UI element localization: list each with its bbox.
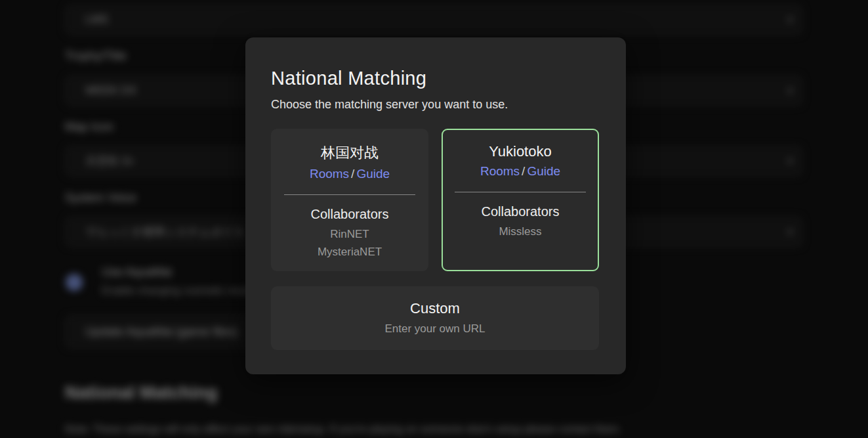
link-separator: / xyxy=(520,164,527,178)
collaborator-name: RinNET xyxy=(272,225,427,243)
custom-card-title: Custom xyxy=(271,286,599,317)
national-matching-modal: National Matching Choose the matching se… xyxy=(245,37,626,374)
modal-subtitle: Choose the matching server you want to u… xyxy=(271,98,600,112)
card-divider xyxy=(284,194,415,195)
modal-title: National Matching xyxy=(271,68,600,89)
server-card-linguo[interactable]: 林国对战 Rooms/Guide Collaborators RinNET My… xyxy=(271,129,428,271)
link-separator: / xyxy=(349,167,356,181)
collaborators-heading: Collaborators xyxy=(272,207,427,222)
collaborator-name: MysteriaNET xyxy=(272,243,427,261)
server-links: Rooms/Guide xyxy=(272,167,427,181)
guide-link[interactable]: Guide xyxy=(527,164,560,178)
server-name: 林国对战 xyxy=(272,143,427,163)
collaborators-heading: Collaborators xyxy=(443,204,598,219)
rooms-link[interactable]: Rooms xyxy=(310,167,349,181)
card-divider xyxy=(455,192,586,192)
server-links: Rooms/Guide xyxy=(443,164,598,179)
server-card-yukiotoko[interactable]: Yukiotoko Rooms/Guide Collaborators Miss… xyxy=(442,129,599,271)
custom-server-card[interactable]: Custom Enter your own URL xyxy=(271,286,599,350)
guide-link[interactable]: Guide xyxy=(356,167,390,181)
server-cards-row: 林国对战 Rooms/Guide Collaborators RinNET My… xyxy=(271,129,600,271)
server-name: Yukiotoko xyxy=(443,143,598,160)
collaborators-list: Missless xyxy=(443,223,598,240)
collaborators-list: RinNET MysteriaNET xyxy=(272,225,427,261)
rooms-link[interactable]: Rooms xyxy=(480,164,520,178)
collaborator-name: Missless xyxy=(443,223,598,240)
custom-card-subtitle: Enter your own URL xyxy=(271,322,599,336)
